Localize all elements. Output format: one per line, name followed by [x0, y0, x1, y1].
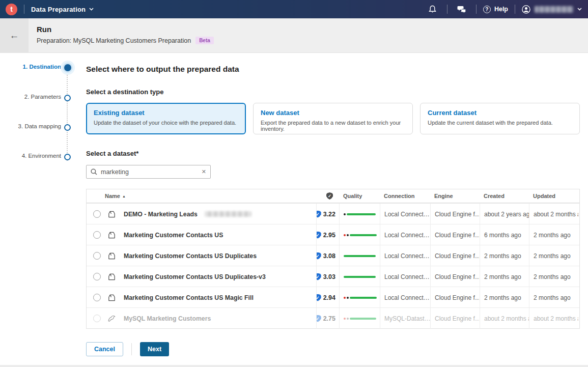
trust-score: 2.95 — [323, 232, 335, 239]
talend-logo[interactable]: t — [6, 4, 17, 15]
help-label: Help — [494, 6, 508, 13]
help-menu[interactable]: ? Help — [483, 6, 508, 13]
table-row[interactable]: Marketing Customer Contacts US Duplicate… — [87, 245, 579, 266]
navbar-divider — [476, 5, 477, 14]
navbar-divider — [447, 5, 447, 14]
updated-cell: 2 months ago — [529, 287, 578, 308]
user-menu[interactable] — [522, 5, 582, 14]
dataset-radio[interactable] — [93, 231, 101, 239]
product-name: Data Preparation — [31, 6, 86, 13]
card-existing-dataset[interactable]: Existing dataset Update the dataset of y… — [86, 103, 246, 134]
table-row[interactable]: DEMO - Marketing Leads 3.22 Local Connec… — [87, 203, 579, 224]
engine-cell: Cloud Engine f… — [430, 224, 480, 245]
product-switcher[interactable]: Data Preparation — [31, 6, 94, 13]
top-navbar: t Data Preparation ? Help — [0, 0, 588, 18]
certified-shield-icon — [326, 192, 333, 200]
navbar-divider — [515, 5, 515, 14]
connection-cell: Local Connect… — [380, 204, 430, 224]
step-environment-dot[interactable] — [64, 154, 71, 160]
card-description: Export the prepared data to a new datase… — [261, 120, 405, 132]
dataset-radio-disabled — [93, 315, 101, 322]
dataset-radio[interactable] — [93, 252, 101, 260]
quality-bar — [344, 276, 376, 278]
trust-score: 2.94 — [323, 294, 335, 301]
navbar-divider — [24, 5, 24, 14]
button-divider — [131, 343, 132, 355]
preparation-subtitle: Preparation: MySQL Marketing Customers P… — [37, 37, 191, 44]
page-title: Run — [37, 25, 51, 34]
trust-score: 3.22 — [323, 211, 335, 218]
table-header: Name ▲ Quality Connection Engine Created… — [87, 189, 579, 203]
step-environment-label[interactable]: 4. Environment — [1, 153, 61, 159]
main-heading: Select where to output the prepared data — [86, 65, 580, 74]
dataset-table: Name ▲ Quality Connection Engine Created… — [86, 189, 580, 329]
bottom-scrollbar-track — [0, 365, 588, 367]
avatar-icon — [522, 5, 530, 14]
table-row[interactable]: Marketing Customer Contacts US 2.95 Loca… — [87, 224, 579, 245]
dataset-radio[interactable] — [93, 294, 101, 301]
column-header-certified — [316, 192, 339, 200]
created-cell: 2 months ago — [480, 245, 529, 266]
step-destination-label[interactable]: 1. Destination — [1, 64, 61, 70]
step-destination-dot[interactable] — [64, 64, 71, 71]
column-header-connection: Connection — [380, 193, 430, 199]
chevron-down-icon — [89, 8, 94, 11]
mysql-icon — [107, 314, 117, 323]
trust-score: 2.75 — [323, 315, 335, 322]
header-label: Name — [105, 193, 120, 199]
certified-badge-icon — [316, 294, 321, 301]
dataset-name: Marketing Customer Contacts US — [124, 232, 223, 239]
engine-cell: Cloud Engine f… — [430, 266, 480, 287]
certified-badge-icon — [316, 273, 321, 280]
connection-cell: MySQL-Datast… — [380, 308, 430, 329]
quality-bar — [344, 297, 377, 299]
quality-bar — [344, 318, 376, 320]
feedback-chat-icon[interactable] — [454, 6, 469, 13]
updated-cell: 2 months ago — [529, 266, 578, 287]
column-header-engine: Engine — [430, 193, 480, 199]
column-header-updated: Updated — [529, 193, 578, 199]
card-title: Current dataset — [428, 109, 572, 117]
dataset-radio[interactable] — [93, 273, 101, 280]
step-parameters-label[interactable]: 2. Parameters — [1, 94, 61, 100]
table-row[interactable]: Marketing Customer Contacts US Magic Fil… — [87, 287, 579, 307]
dataset-name: DEMO - Marketing Leads — [124, 211, 198, 218]
step-data-mapping-label[interactable]: 3. Data mapping — [1, 123, 61, 129]
created-cell: about 2 months ago — [480, 308, 529, 329]
connection-cell: Local Connect… — [380, 224, 430, 245]
dataset-icon — [107, 272, 117, 281]
step-data-mapping-dot[interactable] — [64, 124, 71, 131]
dataset-name: Marketing Customer Contacts US Duplicate… — [124, 252, 257, 260]
cancel-button[interactable]: Cancel — [86, 342, 123, 356]
dataset-radio[interactable] — [93, 210, 101, 218]
notifications-bell-icon[interactable] — [425, 5, 440, 13]
card-current-dataset[interactable]: Current dataset Update the current datas… — [420, 103, 580, 134]
created-cell: 2 months ago — [480, 266, 529, 287]
certified-badge-icon — [316, 232, 321, 239]
quality-bar — [344, 213, 376, 215]
redacted-username — [535, 6, 573, 13]
next-button[interactable]: Next — [140, 342, 169, 356]
table-row[interactable]: Marketing Customer Contacts US Duplicate… — [87, 266, 579, 287]
column-header-quality: Quality — [339, 193, 380, 199]
search-input[interactable] — [101, 168, 198, 176]
destination-cards: Existing dataset Update the dataset of y… — [86, 103, 580, 134]
created-cell: 2 months ago — [480, 287, 529, 308]
engine-cell: Cloud Engine f… — [430, 204, 480, 224]
sort-asc-icon: ▲ — [122, 194, 126, 198]
card-new-dataset[interactable]: New dataset Export the prepared data to … — [253, 103, 413, 134]
clear-search-icon[interactable]: ✕ — [202, 168, 206, 175]
dataset-icon — [107, 293, 117, 302]
beta-badge: Beta — [195, 37, 214, 44]
card-title: Existing dataset — [94, 109, 238, 117]
back-button[interactable]: ← — [0, 18, 29, 53]
column-header-name[interactable]: Name ▲ — [87, 193, 316, 199]
table-row-disabled: MySQL Marketing Customers 2.75 MySQL-Dat… — [87, 307, 579, 328]
certified-badge-icon — [316, 211, 321, 218]
dataset-icon — [107, 251, 117, 261]
dataset-name: Marketing Customer Contacts US Duplicate… — [124, 273, 266, 280]
dataset-icon — [107, 210, 117, 219]
redacted-text — [205, 211, 251, 217]
certified-badge-icon — [316, 252, 321, 260]
step-parameters-dot[interactable] — [64, 95, 71, 101]
